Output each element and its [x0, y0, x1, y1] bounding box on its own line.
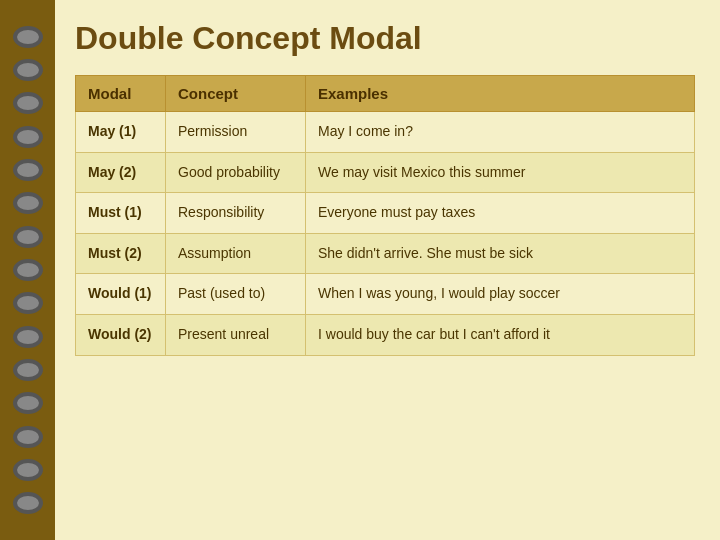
cell-concept: Assumption [166, 233, 306, 274]
spiral-ring [13, 359, 43, 381]
spiral-ring [13, 126, 43, 148]
cell-example: We may visit Mexico this summer [306, 152, 695, 193]
cell-modal: May (2) [76, 152, 166, 193]
cell-concept: Present unreal [166, 314, 306, 355]
header-concept: Concept [166, 76, 306, 112]
header-examples: Examples [306, 76, 695, 112]
cell-example: Everyone must pay taxes [306, 193, 695, 234]
table-row: May (1)PermissionMay I come in? [76, 112, 695, 153]
spiral-ring [13, 159, 43, 181]
spiral-ring [13, 259, 43, 281]
cell-example: I would buy the car but I can't afford i… [306, 314, 695, 355]
spiral-ring [13, 392, 43, 414]
page-title: Double Concept Modal [75, 20, 695, 57]
spiral-ring [13, 92, 43, 114]
cell-modal: May (1) [76, 112, 166, 153]
cell-modal: Must (1) [76, 193, 166, 234]
table-row: Would (1)Past (used to)When I was young,… [76, 274, 695, 315]
cell-modal: Would (1) [76, 274, 166, 315]
table-row: Must (1)ResponsibilityEveryone must pay … [76, 193, 695, 234]
main-content: Double Concept Modal Modal Concept Examp… [55, 0, 720, 540]
spiral-ring [13, 492, 43, 514]
spiral-ring [13, 59, 43, 81]
spiral-ring [13, 326, 43, 348]
header-modal: Modal [76, 76, 166, 112]
spiral-ring [13, 459, 43, 481]
cell-concept: Responsibility [166, 193, 306, 234]
table-row: May (2)Good probabilityWe may visit Mexi… [76, 152, 695, 193]
table-header-row: Modal Concept Examples [76, 76, 695, 112]
cell-concept: Good probability [166, 152, 306, 193]
modal-table: Modal Concept Examples May (1)Permission… [75, 75, 695, 356]
spiral-ring [13, 226, 43, 248]
spiral-ring [13, 26, 43, 48]
cell-modal: Would (2) [76, 314, 166, 355]
cell-example: When I was young, I would play soccer [306, 274, 695, 315]
spiral-ring [13, 292, 43, 314]
table-row: Must (2)AssumptionShe didn't arrive. She… [76, 233, 695, 274]
cell-concept: Past (used to) [166, 274, 306, 315]
spiral-ring [13, 426, 43, 448]
cell-example: She didn't arrive. She must be sick [306, 233, 695, 274]
spiral-binding [0, 0, 55, 540]
cell-example: May I come in? [306, 112, 695, 153]
cell-concept: Permission [166, 112, 306, 153]
cell-modal: Must (2) [76, 233, 166, 274]
table-row: Would (2)Present unrealI would buy the c… [76, 314, 695, 355]
spiral-ring [13, 192, 43, 214]
